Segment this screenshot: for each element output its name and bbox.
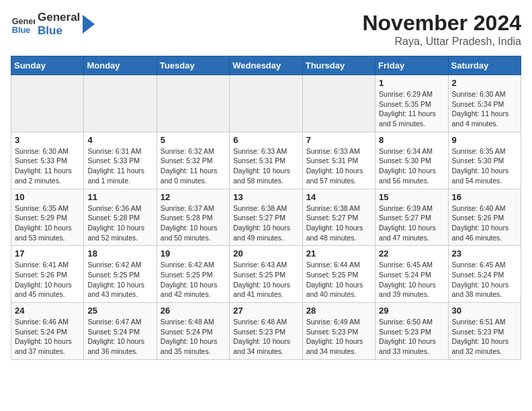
logo: General Blue General Blue	[11, 11, 95, 38]
day-info: Sunrise: 6:30 AM Sunset: 5:34 PM Dayligh…	[452, 89, 517, 129]
day-number: 1	[379, 78, 444, 88]
calendar-cell: 25Sunrise: 6:47 AM Sunset: 5:24 PM Dayli…	[84, 303, 157, 360]
calendar-cell: 4Sunrise: 6:31 AM Sunset: 5:33 PM Daylig…	[84, 132, 157, 189]
logo-line2: Blue	[38, 24, 80, 38]
day-info: Sunrise: 6:29 AM Sunset: 5:35 PM Dayligh…	[379, 89, 444, 129]
day-number: 26	[161, 306, 226, 316]
day-number: 20	[233, 248, 298, 259]
day-info: Sunrise: 6:30 AM Sunset: 5:33 PM Dayligh…	[15, 146, 80, 186]
day-info: Sunrise: 6:33 AM Sunset: 5:31 PM Dayligh…	[306, 146, 371, 186]
calendar-table: SundayMondayTuesdayWednesdayThursdayFrid…	[11, 56, 521, 360]
day-number: 23	[452, 248, 517, 259]
day-number: 6	[233, 135, 298, 145]
calendar-week-5: 24Sunrise: 6:46 AM Sunset: 5:24 PM Dayli…	[11, 303, 521, 360]
day-number: 10	[15, 192, 80, 202]
day-number: 29	[379, 306, 444, 316]
day-info: Sunrise: 6:35 AM Sunset: 5:29 PM Dayligh…	[15, 203, 80, 243]
calendar-cell: 6Sunrise: 6:33 AM Sunset: 5:31 PM Daylig…	[230, 132, 302, 189]
day-info: Sunrise: 6:32 AM Sunset: 5:32 PM Dayligh…	[161, 146, 226, 186]
day-number: 21	[306, 248, 371, 259]
day-number: 27	[233, 306, 298, 316]
day-number: 16	[452, 192, 517, 202]
day-number: 8	[379, 135, 444, 145]
calendar-cell: 17Sunrise: 6:41 AM Sunset: 5:26 PM Dayli…	[11, 246, 84, 303]
day-number: 22	[379, 248, 444, 259]
day-number: 19	[161, 248, 226, 259]
day-number: 12	[161, 192, 226, 202]
day-info: Sunrise: 6:35 AM Sunset: 5:30 PM Dayligh…	[452, 146, 517, 186]
calendar-week-2: 3Sunrise: 6:30 AM Sunset: 5:33 PM Daylig…	[11, 132, 521, 189]
day-info: Sunrise: 6:45 AM Sunset: 5:24 PM Dayligh…	[379, 260, 444, 300]
day-number: 18	[87, 248, 152, 259]
day-info: Sunrise: 6:40 AM Sunset: 5:26 PM Dayligh…	[452, 203, 517, 243]
calendar-cell: 7Sunrise: 6:33 AM Sunset: 5:31 PM Daylig…	[302, 132, 375, 189]
weekday-header-tuesday: Tuesday	[157, 56, 229, 75]
calendar-cell: 26Sunrise: 6:48 AM Sunset: 5:24 PM Dayli…	[157, 303, 229, 360]
calendar-cell: 2Sunrise: 6:30 AM Sunset: 5:34 PM Daylig…	[448, 75, 521, 132]
calendar-cell: 12Sunrise: 6:37 AM Sunset: 5:28 PM Dayli…	[157, 189, 229, 246]
logo-arrow-icon	[83, 15, 95, 34]
page-header: General Blue General Blue November 2024 …	[11, 11, 521, 48]
day-number: 4	[87, 135, 152, 145]
day-info: Sunrise: 6:46 AM Sunset: 5:24 PM Dayligh…	[15, 317, 80, 357]
day-number: 9	[452, 135, 517, 145]
day-info: Sunrise: 6:43 AM Sunset: 5:25 PM Dayligh…	[233, 260, 298, 300]
calendar-cell: 14Sunrise: 6:38 AM Sunset: 5:27 PM Dayli…	[302, 189, 375, 246]
day-number: 5	[161, 135, 226, 145]
day-info: Sunrise: 6:42 AM Sunset: 5:25 PM Dayligh…	[161, 260, 226, 300]
title-area: November 2024 Raya, Uttar Pradesh, India	[362, 11, 521, 48]
weekday-header-thursday: Thursday	[302, 56, 375, 75]
weekday-header-row: SundayMondayTuesdayWednesdayThursdayFrid…	[11, 56, 521, 75]
calendar-cell: 10Sunrise: 6:35 AM Sunset: 5:29 PM Dayli…	[11, 189, 84, 246]
day-info: Sunrise: 6:36 AM Sunset: 5:28 PM Dayligh…	[87, 203, 152, 243]
day-info: Sunrise: 6:51 AM Sunset: 5:23 PM Dayligh…	[452, 317, 517, 357]
weekday-header-sunday: Sunday	[11, 56, 84, 75]
day-info: Sunrise: 6:38 AM Sunset: 5:27 PM Dayligh…	[233, 203, 298, 243]
day-number: 25	[87, 306, 152, 316]
calendar-cell: 18Sunrise: 6:42 AM Sunset: 5:25 PM Dayli…	[84, 246, 157, 303]
calendar-subtitle: Raya, Uttar Pradesh, India	[362, 36, 521, 48]
calendar-cell: 3Sunrise: 6:30 AM Sunset: 5:33 PM Daylig…	[11, 132, 84, 189]
calendar-cell: 8Sunrise: 6:34 AM Sunset: 5:30 PM Daylig…	[375, 132, 448, 189]
day-info: Sunrise: 6:38 AM Sunset: 5:27 PM Dayligh…	[306, 203, 371, 243]
day-info: Sunrise: 6:49 AM Sunset: 5:23 PM Dayligh…	[306, 317, 371, 357]
day-info: Sunrise: 6:47 AM Sunset: 5:24 PM Dayligh…	[87, 317, 152, 357]
logo-line1: General	[38, 11, 80, 24]
calendar-cell: 24Sunrise: 6:46 AM Sunset: 5:24 PM Dayli…	[11, 303, 84, 360]
day-number: 14	[306, 192, 371, 202]
day-number: 3	[15, 135, 80, 145]
day-number: 7	[306, 135, 371, 145]
svg-text:Blue: Blue	[12, 26, 30, 35]
calendar-cell: 13Sunrise: 6:38 AM Sunset: 5:27 PM Dayli…	[230, 189, 302, 246]
calendar-cell: 20Sunrise: 6:43 AM Sunset: 5:25 PM Dayli…	[230, 246, 302, 303]
day-info: Sunrise: 6:45 AM Sunset: 5:24 PM Dayligh…	[452, 260, 517, 300]
day-info: Sunrise: 6:39 AM Sunset: 5:27 PM Dayligh…	[379, 203, 444, 243]
calendar-cell	[157, 75, 229, 132]
day-number: 28	[306, 306, 371, 316]
day-info: Sunrise: 6:50 AM Sunset: 5:23 PM Dayligh…	[379, 317, 444, 357]
day-number: 17	[15, 248, 80, 259]
day-number: 2	[452, 78, 517, 88]
weekday-header-saturday: Saturday	[448, 56, 521, 75]
day-info: Sunrise: 6:33 AM Sunset: 5:31 PM Dayligh…	[233, 146, 298, 186]
calendar-title: November 2024	[362, 11, 521, 36]
calendar-cell	[84, 75, 157, 132]
day-info: Sunrise: 6:44 AM Sunset: 5:25 PM Dayligh…	[306, 260, 371, 300]
logo-icon: General Blue	[11, 12, 35, 36]
calendar-cell: 22Sunrise: 6:45 AM Sunset: 5:24 PM Dayli…	[375, 246, 448, 303]
calendar-cell: 9Sunrise: 6:35 AM Sunset: 5:30 PM Daylig…	[448, 132, 521, 189]
day-info: Sunrise: 6:48 AM Sunset: 5:24 PM Dayligh…	[161, 317, 226, 357]
svg-marker-3	[83, 15, 95, 34]
calendar-cell: 11Sunrise: 6:36 AM Sunset: 5:28 PM Dayli…	[84, 189, 157, 246]
day-info: Sunrise: 6:41 AM Sunset: 5:26 PM Dayligh…	[15, 260, 80, 300]
calendar-week-1: 1Sunrise: 6:29 AM Sunset: 5:35 PM Daylig…	[11, 75, 521, 132]
calendar-cell: 1Sunrise: 6:29 AM Sunset: 5:35 PM Daylig…	[375, 75, 448, 132]
day-info: Sunrise: 6:42 AM Sunset: 5:25 PM Dayligh…	[87, 260, 152, 300]
day-info: Sunrise: 6:31 AM Sunset: 5:33 PM Dayligh…	[87, 146, 152, 186]
calendar-cell: 28Sunrise: 6:49 AM Sunset: 5:23 PM Dayli…	[302, 303, 375, 360]
day-number: 30	[452, 306, 517, 316]
calendar-cell: 30Sunrise: 6:51 AM Sunset: 5:23 PM Dayli…	[448, 303, 521, 360]
calendar-cell: 15Sunrise: 6:39 AM Sunset: 5:27 PM Dayli…	[375, 189, 448, 246]
day-number: 24	[15, 306, 80, 316]
calendar-cell: 29Sunrise: 6:50 AM Sunset: 5:23 PM Dayli…	[375, 303, 448, 360]
